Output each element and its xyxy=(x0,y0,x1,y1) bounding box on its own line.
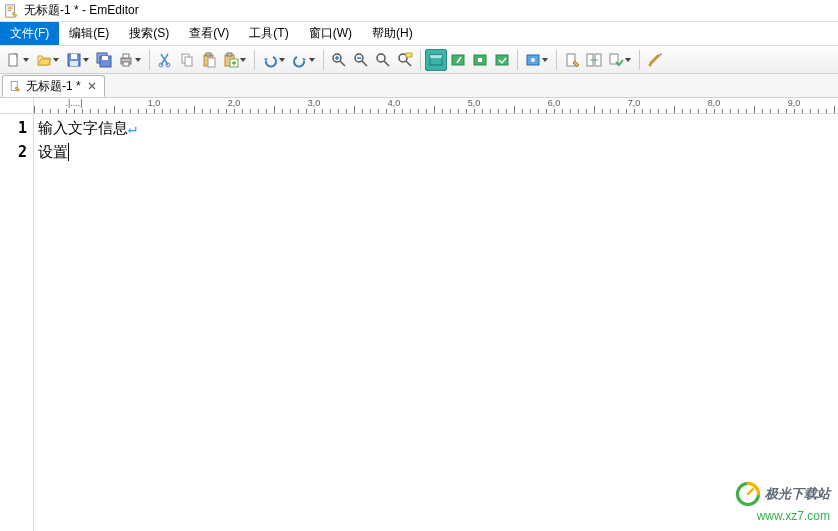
chevron-down-icon[interactable] xyxy=(82,50,90,70)
svg-rect-10 xyxy=(102,56,108,60)
svg-rect-19 xyxy=(206,53,211,56)
clipboard-history-button[interactable] xyxy=(220,49,242,71)
find-button[interactable] xyxy=(372,49,394,71)
chevron-down-icon[interactable] xyxy=(624,50,632,70)
line-number: 2 xyxy=(0,140,27,164)
svg-rect-7 xyxy=(70,61,78,66)
toolbar-separator xyxy=(420,50,421,70)
svg-rect-3 xyxy=(8,10,12,11)
document-tab[interactable]: 无标题-1 * xyxy=(2,75,105,97)
svg-rect-20 xyxy=(208,58,215,67)
svg-rect-31 xyxy=(452,55,464,65)
macros-button[interactable] xyxy=(522,49,544,71)
print-button[interactable] xyxy=(115,49,137,71)
ruler: .|....|1,02,03,04,05,06,07,08,09,01,0,0 xyxy=(0,98,838,114)
panel-4-button[interactable] xyxy=(491,49,513,71)
toolbar-separator xyxy=(517,50,518,70)
chevron-down-icon[interactable] xyxy=(278,50,286,70)
zoom-out-button[interactable] xyxy=(350,49,372,71)
chevron-down-icon[interactable] xyxy=(308,50,316,70)
menu-view[interactable]: 查看(V) xyxy=(179,22,239,45)
panel-1-button[interactable] xyxy=(425,49,447,71)
toolbar-separator xyxy=(639,50,640,70)
chevron-down-icon[interactable] xyxy=(134,50,142,70)
svg-rect-17 xyxy=(185,57,192,66)
svg-rect-6 xyxy=(71,54,77,59)
line-text: 设置 xyxy=(38,140,68,164)
document-tabs: 无标题-1 * xyxy=(0,74,838,98)
app-icon xyxy=(4,4,18,18)
svg-rect-2 xyxy=(8,8,13,9)
chevron-down-icon[interactable] xyxy=(541,50,549,70)
panel-3-button[interactable] xyxy=(469,49,491,71)
toolbar-separator xyxy=(323,50,324,70)
chevron-down-icon[interactable] xyxy=(22,50,30,70)
save-all-button[interactable] xyxy=(93,49,115,71)
new-file-button[interactable] xyxy=(3,49,25,71)
svg-rect-12 xyxy=(123,54,129,58)
text-line[interactable]: 设置 xyxy=(38,140,836,164)
toolbar-separator xyxy=(254,50,255,70)
undo-button[interactable] xyxy=(259,49,281,71)
save-button[interactable] xyxy=(63,49,85,71)
svg-rect-30 xyxy=(430,55,442,58)
text-cursor xyxy=(68,143,69,161)
svg-rect-1 xyxy=(8,6,13,7)
line-number-gutter: 1 2 xyxy=(0,114,34,531)
svg-rect-13 xyxy=(123,62,129,66)
compare-button[interactable] xyxy=(583,49,605,71)
menu-bar: 文件(F) 编辑(E) 搜索(S) 查看(V) 工具(T) 窗口(W) 帮助(H… xyxy=(0,22,838,46)
svg-rect-22 xyxy=(227,53,232,56)
menu-window[interactable]: 窗口(W) xyxy=(299,22,362,45)
zoom-in-button[interactable] xyxy=(328,49,350,71)
toolbar xyxy=(0,46,838,74)
chevron-down-icon[interactable] xyxy=(239,50,247,70)
bookmark-button[interactable] xyxy=(561,49,583,71)
spellcheck-button[interactable] xyxy=(605,49,627,71)
toolbar-separator xyxy=(556,50,557,70)
document-tab-label: 无标题-1 * xyxy=(26,78,81,95)
eol-marker-icon: ↵ xyxy=(128,116,137,140)
line-number: 1 xyxy=(0,116,27,140)
paste-button[interactable] xyxy=(198,49,220,71)
editor-content[interactable]: 输入文字信息↵ 设置 xyxy=(34,114,838,531)
toolbar-separator xyxy=(149,50,150,70)
title-bar: 无标题-1 * - EmEditor xyxy=(0,0,838,22)
svg-point-26 xyxy=(377,54,385,62)
menu-tools[interactable]: 工具(T) xyxy=(239,22,298,45)
panel-2-button[interactable] xyxy=(447,49,469,71)
svg-rect-28 xyxy=(406,53,412,57)
window-title: 无标题-1 * - EmEditor xyxy=(24,2,139,19)
document-icon xyxy=(9,80,21,92)
menu-help[interactable]: 帮助(H) xyxy=(362,22,423,45)
menu-edit[interactable]: 编辑(E) xyxy=(59,22,119,45)
line-text: 输入文字信息 xyxy=(38,116,128,140)
redo-button[interactable] xyxy=(289,49,311,71)
close-tab-button[interactable] xyxy=(86,80,98,92)
text-line[interactable]: 输入文字信息↵ xyxy=(38,116,836,140)
copy-button[interactable] xyxy=(176,49,198,71)
chevron-down-icon[interactable] xyxy=(52,50,60,70)
svg-point-40 xyxy=(649,63,652,66)
svg-point-35 xyxy=(531,58,535,62)
menu-search[interactable]: 搜索(S) xyxy=(119,22,179,45)
menu-file[interactable]: 文件(F) xyxy=(0,22,59,45)
find-replace-button[interactable] xyxy=(394,49,416,71)
settings-button[interactable] xyxy=(644,49,666,71)
editor-area[interactable]: 1 2 输入文字信息↵ 设置 xyxy=(0,114,838,531)
cut-button[interactable] xyxy=(154,49,176,71)
open-file-button[interactable] xyxy=(33,49,55,71)
